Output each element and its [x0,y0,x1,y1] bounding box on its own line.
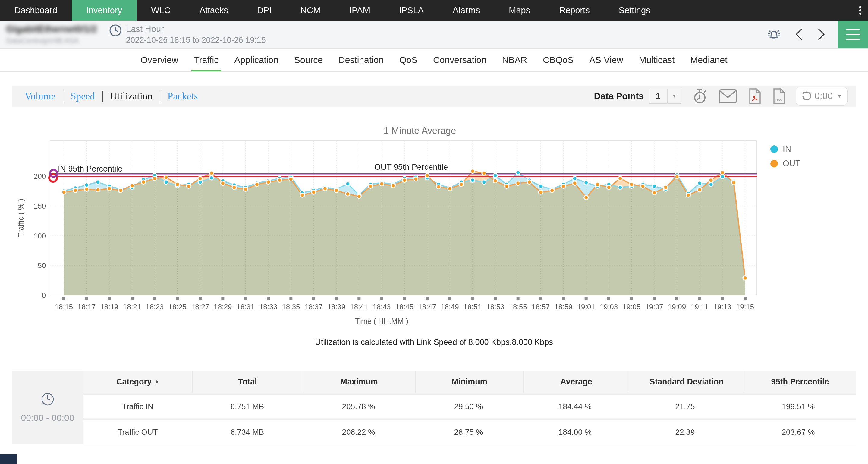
traffic-summary-table: 00:00 - 00:00 Category▲TotalMaximumMinim… [12,371,856,444]
x-tick-label: 18:31 [237,303,255,311]
x-tick-label: 19:13 [713,303,732,311]
tab-multicast[interactable]: Multicast [631,49,682,71]
column-header-total[interactable]: Total [192,371,303,393]
column-header-95th-percentile[interactable]: 95th Percentile [744,371,856,393]
tab-source[interactable]: Source [286,49,331,71]
interface-name: GigabitEthernet0/1/2 [6,24,105,35]
nav-item-dpi[interactable]: DPI [243,0,286,21]
legend-label: OUT [783,159,801,168]
next-chevron-icon[interactable] [816,27,827,41]
view-separator [102,91,103,102]
view-link-utilization[interactable]: Utilization [110,91,153,102]
refresh-countdown: 0:00 [815,91,833,102]
tab-traffic[interactable]: Traffic [186,49,226,71]
row-value: 6.751 MB [192,395,302,418]
x-tick-label: 18:55 [509,303,527,311]
time-period[interactable]: Last Hour 2022-10-26 18:15 to 2022-10-26… [109,24,266,45]
x-tick-label: 18:25 [168,303,187,311]
row-value: 199.51 % [742,395,854,418]
view-link-volume[interactable]: Volume [25,91,56,102]
clock-icon [109,24,122,37]
x-tick-label: 18:59 [554,303,572,311]
tab-conversation[interactable]: Conversation [425,49,494,71]
tab-nbar[interactable]: NBAR [494,49,535,71]
tab-destination[interactable]: Destination [331,49,392,71]
x-tick-label: 18:29 [214,303,232,311]
tab-medianet[interactable]: Medianet [682,49,735,71]
table-row: Traffic OUT6.734 MB208.22 %28.75 %184.00… [83,420,856,444]
nav-item-settings[interactable]: Settings [604,0,665,21]
legend-item-in[interactable]: IN [770,144,801,154]
data-points-label: Data Points [594,91,644,101]
email-report-icon[interactable] [718,89,737,103]
x-tick-label: 18:15 [55,303,73,311]
previous-chevron-icon[interactable] [794,27,804,41]
row-separator [83,393,856,395]
column-header-minimum[interactable]: Minimum [415,371,523,393]
chat-widget-tab[interactable] [0,454,17,464]
link-speed-note: Utilization is calculated with Link Spee… [0,338,868,348]
tab-qos[interactable]: QoS [392,49,425,71]
column-header-maximum[interactable]: Maximum [303,371,415,393]
period-label: Last Hour [126,24,266,34]
svg-text:0: 0 [42,291,46,299]
auto-refresh-control[interactable]: 0:00 ▼ [796,87,847,105]
table-row: Traffic IN6.751 MB205.78 %29.50 %184.44 … [83,395,856,418]
more-options-kebab-icon[interactable] [852,0,868,21]
nav-item-dashboard[interactable]: Dashboard [0,0,72,21]
nav-item-wlc[interactable]: WLC [136,0,185,21]
nav-item-ipsla[interactable]: IPSLA [384,0,438,21]
export-pdf-icon[interactable] [748,88,761,104]
top-navigation: DashboardInventoryWLCAttacksDPINCMIPAMIP… [0,0,868,21]
tab-application[interactable]: Application [226,49,286,71]
sort-arrow-icon[interactable]: ▲ [155,379,159,384]
x-tick-label: 18:37 [305,303,323,311]
alarm-bell-icon[interactable] [766,27,782,42]
svg-text:150: 150 [34,202,46,210]
legend-item-out[interactable]: OUT [770,159,801,168]
chart-toolbar: VolumeSpeedUtilizationPackets Data Point… [12,86,856,107]
clock-icon [41,392,55,406]
row-value: 21.75 [628,395,742,418]
nav-item-reports[interactable]: Reports [545,0,604,21]
schedule-report-icon[interactable] [692,88,708,104]
export-csv-icon[interactable]: csv [772,88,785,104]
nav-item-ipam[interactable]: IPAM [335,0,384,21]
legend-dot-icon [770,145,778,153]
x-tick-label: 19:15 [736,303,754,311]
x-tick-label: 19:11 [691,303,708,311]
period-range: 2022-10-26 18:15 to 2022-10-26 19:15 [126,36,266,45]
x-tick-label: 19:05 [622,303,641,311]
view-link-speed[interactable]: Speed [70,91,95,102]
svg-text:csv: csv [775,97,783,102]
data-points-value: 1 [649,89,668,103]
column-header-standard-deviation[interactable]: Standard Deviation [629,371,744,393]
nav-item-attacks[interactable]: Attacks [185,0,243,21]
x-tick-label: 18:53 [486,303,504,311]
data-points-select[interactable]: 1 ▼ [649,89,681,104]
view-separator [63,91,63,102]
column-header-average[interactable]: Average [523,371,629,393]
tab-cbqos[interactable]: CBQoS [535,49,581,71]
x-tick-label: 18:23 [146,303,164,311]
in-95th-percentile-label: IN 95th Percentile [58,164,123,173]
nav-item-alarms[interactable]: Alarms [438,0,494,21]
x-tick-label: 18:27 [191,303,209,311]
nav-item-inventory[interactable]: Inventory [72,0,136,21]
chart-legend: INOUT [770,144,801,173]
tab-as-view[interactable]: AS View [581,49,631,71]
nav-item-ncm[interactable]: NCM [286,0,335,21]
row-separator [83,418,856,420]
tab-overview[interactable]: Overview [133,49,186,71]
x-tick-label: 18:43 [373,303,391,311]
row-value: 28.75 % [415,420,522,444]
svg-text:50: 50 [38,261,46,270]
svg-text:200: 200 [34,172,46,180]
nav-item-maps[interactable]: Maps [494,0,545,21]
column-header-category[interactable]: Category▲ [83,371,192,393]
view-link-packets[interactable]: Packets [167,91,198,102]
row-value: 203.67 % [742,420,854,444]
hamburger-menu-icon[interactable] [838,21,868,48]
x-tick-label: 19:07 [645,303,663,311]
x-tick-label: 18:49 [441,303,459,311]
